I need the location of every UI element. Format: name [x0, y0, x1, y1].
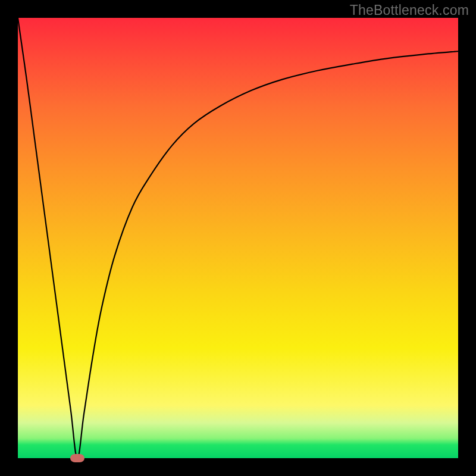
chart-frame: TheBottleneck.com [0, 0, 476, 476]
watermark-text: TheBottleneck.com [350, 2, 469, 18]
plot-area [18, 18, 458, 458]
curve-layer [18, 18, 458, 458]
bottleneck-curve [18, 18, 458, 458]
minimum-marker [70, 454, 84, 462]
